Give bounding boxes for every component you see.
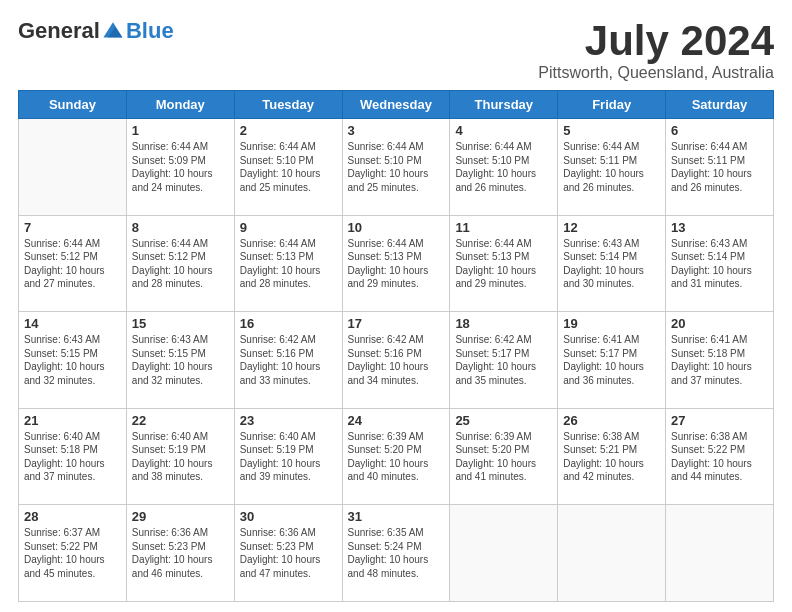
cell-content: Sunrise: 6:41 AM Sunset: 5:18 PM Dayligh… [671,333,768,387]
calendar-cell: 3Sunrise: 6:44 AM Sunset: 5:10 PM Daylig… [342,119,450,216]
cell-content: Sunrise: 6:43 AM Sunset: 5:14 PM Dayligh… [671,237,768,291]
calendar-cell: 18Sunrise: 6:42 AM Sunset: 5:17 PM Dayli… [450,312,558,409]
cell-content: Sunrise: 6:43 AM Sunset: 5:15 PM Dayligh… [24,333,121,387]
calendar-cell [19,119,127,216]
cell-content: Sunrise: 6:42 AM Sunset: 5:16 PM Dayligh… [240,333,337,387]
cell-content: Sunrise: 6:41 AM Sunset: 5:17 PM Dayligh… [563,333,660,387]
logo-blue: Blue [126,18,174,44]
day-number: 29 [132,509,229,524]
day-number: 17 [348,316,445,331]
cell-content: Sunrise: 6:44 AM Sunset: 5:09 PM Dayligh… [132,140,229,194]
calendar-cell: 13Sunrise: 6:43 AM Sunset: 5:14 PM Dayli… [666,215,774,312]
cell-content: Sunrise: 6:44 AM Sunset: 5:12 PM Dayligh… [24,237,121,291]
calendar-cell: 1Sunrise: 6:44 AM Sunset: 5:09 PM Daylig… [126,119,234,216]
calendar-cell: 24Sunrise: 6:39 AM Sunset: 5:20 PM Dayli… [342,408,450,505]
cell-content: Sunrise: 6:39 AM Sunset: 5:20 PM Dayligh… [455,430,552,484]
day-number: 9 [240,220,337,235]
calendar-cell: 31Sunrise: 6:35 AM Sunset: 5:24 PM Dayli… [342,505,450,602]
cell-content: Sunrise: 6:44 AM Sunset: 5:11 PM Dayligh… [563,140,660,194]
day-header-tuesday: Tuesday [234,91,342,119]
calendar-cell: 29Sunrise: 6:36 AM Sunset: 5:23 PM Dayli… [126,505,234,602]
location: Pittsworth, Queensland, Australia [538,64,774,82]
cell-content: Sunrise: 6:35 AM Sunset: 5:24 PM Dayligh… [348,526,445,580]
cell-content: Sunrise: 6:43 AM Sunset: 5:14 PM Dayligh… [563,237,660,291]
calendar-row: 28Sunrise: 6:37 AM Sunset: 5:22 PM Dayli… [19,505,774,602]
cell-content: Sunrise: 6:42 AM Sunset: 5:17 PM Dayligh… [455,333,552,387]
day-header-saturday: Saturday [666,91,774,119]
calendar-cell: 11Sunrise: 6:44 AM Sunset: 5:13 PM Dayli… [450,215,558,312]
cell-content: Sunrise: 6:40 AM Sunset: 5:19 PM Dayligh… [132,430,229,484]
day-header-thursday: Thursday [450,91,558,119]
day-number: 8 [132,220,229,235]
day-number: 28 [24,509,121,524]
calendar-cell: 30Sunrise: 6:36 AM Sunset: 5:23 PM Dayli… [234,505,342,602]
calendar-cell: 7Sunrise: 6:44 AM Sunset: 5:12 PM Daylig… [19,215,127,312]
calendar-cell: 19Sunrise: 6:41 AM Sunset: 5:17 PM Dayli… [558,312,666,409]
calendar-cell: 22Sunrise: 6:40 AM Sunset: 5:19 PM Dayli… [126,408,234,505]
calendar-cell: 28Sunrise: 6:37 AM Sunset: 5:22 PM Dayli… [19,505,127,602]
cell-content: Sunrise: 6:37 AM Sunset: 5:22 PM Dayligh… [24,526,121,580]
day-number: 2 [240,123,337,138]
cell-content: Sunrise: 6:44 AM Sunset: 5:13 PM Dayligh… [455,237,552,291]
calendar-cell: 23Sunrise: 6:40 AM Sunset: 5:19 PM Dayli… [234,408,342,505]
calendar-cell: 17Sunrise: 6:42 AM Sunset: 5:16 PM Dayli… [342,312,450,409]
day-number: 11 [455,220,552,235]
calendar-cell: 25Sunrise: 6:39 AM Sunset: 5:20 PM Dayli… [450,408,558,505]
title-block: July 2024 Pittsworth, Queensland, Austra… [538,18,774,82]
day-header-friday: Friday [558,91,666,119]
day-number: 26 [563,413,660,428]
day-number: 31 [348,509,445,524]
calendar-cell: 5Sunrise: 6:44 AM Sunset: 5:11 PM Daylig… [558,119,666,216]
day-number: 4 [455,123,552,138]
calendar-cell [666,505,774,602]
calendar-row: 21Sunrise: 6:40 AM Sunset: 5:18 PM Dayli… [19,408,774,505]
cell-content: Sunrise: 6:44 AM Sunset: 5:10 PM Dayligh… [240,140,337,194]
day-number: 7 [24,220,121,235]
calendar-cell: 6Sunrise: 6:44 AM Sunset: 5:11 PM Daylig… [666,119,774,216]
day-number: 5 [563,123,660,138]
day-number: 27 [671,413,768,428]
month-title: July 2024 [538,18,774,64]
logo-icon [102,20,124,42]
day-number: 24 [348,413,445,428]
day-number: 21 [24,413,121,428]
logo: General Blue [18,18,174,44]
day-number: 13 [671,220,768,235]
calendar-row: 1Sunrise: 6:44 AM Sunset: 5:09 PM Daylig… [19,119,774,216]
calendar-row: 7Sunrise: 6:44 AM Sunset: 5:12 PM Daylig… [19,215,774,312]
calendar-cell: 16Sunrise: 6:42 AM Sunset: 5:16 PM Dayli… [234,312,342,409]
calendar-cell: 8Sunrise: 6:44 AM Sunset: 5:12 PM Daylig… [126,215,234,312]
day-number: 22 [132,413,229,428]
cell-content: Sunrise: 6:44 AM Sunset: 5:10 PM Dayligh… [348,140,445,194]
day-number: 3 [348,123,445,138]
cell-content: Sunrise: 6:38 AM Sunset: 5:21 PM Dayligh… [563,430,660,484]
day-number: 23 [240,413,337,428]
cell-content: Sunrise: 6:42 AM Sunset: 5:16 PM Dayligh… [348,333,445,387]
calendar-cell: 27Sunrise: 6:38 AM Sunset: 5:22 PM Dayli… [666,408,774,505]
day-number: 20 [671,316,768,331]
calendar-cell: 15Sunrise: 6:43 AM Sunset: 5:15 PM Dayli… [126,312,234,409]
cell-content: Sunrise: 6:40 AM Sunset: 5:19 PM Dayligh… [240,430,337,484]
calendar-cell: 21Sunrise: 6:40 AM Sunset: 5:18 PM Dayli… [19,408,127,505]
logo-text: General Blue [18,18,174,44]
calendar-cell: 4Sunrise: 6:44 AM Sunset: 5:10 PM Daylig… [450,119,558,216]
cell-content: Sunrise: 6:44 AM Sunset: 5:10 PM Dayligh… [455,140,552,194]
day-number: 30 [240,509,337,524]
day-number: 10 [348,220,445,235]
day-number: 15 [132,316,229,331]
cell-content: Sunrise: 6:44 AM Sunset: 5:13 PM Dayligh… [348,237,445,291]
calendar-cell: 10Sunrise: 6:44 AM Sunset: 5:13 PM Dayli… [342,215,450,312]
calendar-cell: 9Sunrise: 6:44 AM Sunset: 5:13 PM Daylig… [234,215,342,312]
day-number: 18 [455,316,552,331]
calendar-table: SundayMondayTuesdayWednesdayThursdayFrid… [18,90,774,602]
day-number: 14 [24,316,121,331]
cell-content: Sunrise: 6:39 AM Sunset: 5:20 PM Dayligh… [348,430,445,484]
day-number: 19 [563,316,660,331]
cell-content: Sunrise: 6:43 AM Sunset: 5:15 PM Dayligh… [132,333,229,387]
calendar-cell: 20Sunrise: 6:41 AM Sunset: 5:18 PM Dayli… [666,312,774,409]
cell-content: Sunrise: 6:36 AM Sunset: 5:23 PM Dayligh… [132,526,229,580]
calendar-header-row: SundayMondayTuesdayWednesdayThursdayFrid… [19,91,774,119]
day-header-sunday: Sunday [19,91,127,119]
calendar-cell: 26Sunrise: 6:38 AM Sunset: 5:21 PM Dayli… [558,408,666,505]
header: General Blue July 2024 Pittsworth, Queen… [18,18,774,82]
